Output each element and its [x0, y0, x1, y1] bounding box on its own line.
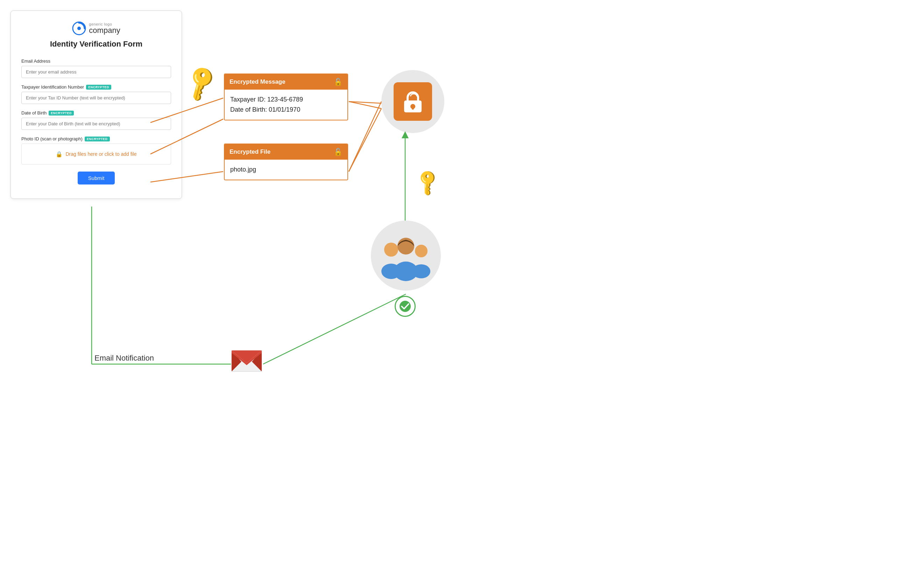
checkmark-icon: [399, 300, 411, 313]
encrypted-message-header: Encrypted Message 🔓: [225, 74, 347, 90]
dob-encrypted-badge: ENCRYPTED: [49, 111, 74, 116]
svg-point-6: [384, 243, 398, 257]
email-label: Email Address: [21, 59, 171, 64]
svg-line-27: [263, 294, 406, 364]
logo-company: company: [89, 26, 120, 35]
dob-field-group: Date of Birth ENCRYPTED: [21, 110, 171, 130]
form-card: generic logo company Identity Verificati…: [10, 11, 182, 199]
taxpayer-line: Taxpayer ID: 123-45-6789: [230, 95, 342, 105]
lock-icon-file: 🔓: [334, 148, 342, 156]
svg-point-10: [415, 245, 428, 257]
key-icon-green: 🔑: [412, 167, 443, 198]
svg-line-24: [349, 102, 381, 171]
email-field-group: Email Address: [21, 59, 171, 78]
people-circle: [371, 221, 441, 290]
lock-icon-message: 🔓: [334, 78, 342, 86]
checkmark-circle: [394, 296, 416, 317]
photo-encrypted-badge: ENCRYPTED: [85, 137, 110, 141]
people-svg: [374, 226, 437, 285]
svg-point-1: [77, 27, 81, 30]
encrypted-file-header: Encrypted File 🔓: [225, 144, 347, 159]
svg-rect-4: [412, 107, 414, 110]
key-icon-top: 🔑: [180, 62, 222, 104]
encrypted-message-body: Taxpayer ID: 123-45-6789 Date of Birth: …: [225, 90, 347, 120]
gmail-icon: [231, 347, 262, 379]
company-logo-icon: [72, 21, 86, 35]
encrypted-file-body: photo.jpg: [225, 159, 347, 180]
logo-text: generic logo company: [89, 22, 120, 35]
svg-line-23: [349, 102, 381, 108]
upload-icon: 🔒: [56, 151, 63, 158]
svg-point-11: [412, 264, 430, 278]
email-input[interactable]: [21, 66, 171, 78]
submit-button[interactable]: Submit: [78, 171, 115, 185]
encrypted-message-box: Encrypted Message 🔓 Taxpayer ID: 123-45-…: [224, 74, 348, 120]
file-upload-area[interactable]: 🔒 Drag files here or click to add file: [21, 144, 171, 164]
form-title: Identity Verification Form: [21, 39, 171, 49]
tax-label: Taxpayer Identification Number ENCRYPTED: [21, 84, 171, 90]
dob-label: Date of Birth ENCRYPTED: [21, 110, 171, 116]
file-upload-text: Drag files here or click to add file: [65, 151, 136, 157]
filename: photo.jpg: [230, 166, 256, 173]
lock-recipient-circle: [381, 70, 444, 133]
photo-label: Photo ID (scan or photograph) ENCRYPTED: [21, 136, 171, 141]
photo-field-group: Photo ID (scan or photograph) ENCRYPTED …: [21, 136, 171, 164]
lock-icon-recipient: [394, 82, 432, 121]
lock-svg: [400, 89, 425, 114]
logo-area: generic logo company: [21, 21, 171, 35]
tax-input[interactable]: [21, 92, 171, 104]
encrypted-file-box: Encrypted File 🔓 photo.jpg: [224, 144, 348, 180]
gmail-svg: [231, 347, 262, 372]
dob-input[interactable]: [21, 117, 171, 130]
tax-encrypted-badge: ENCRYPTED: [86, 85, 111, 90]
dob-line: Date of Birth: 01/01/1970: [230, 105, 342, 115]
svg-line-22: [349, 108, 381, 171]
email-notification-label: Email Notification: [94, 353, 154, 363]
svg-line-21: [349, 102, 381, 103]
tax-field-group: Taxpayer Identification Number ENCRYPTED: [21, 84, 171, 104]
